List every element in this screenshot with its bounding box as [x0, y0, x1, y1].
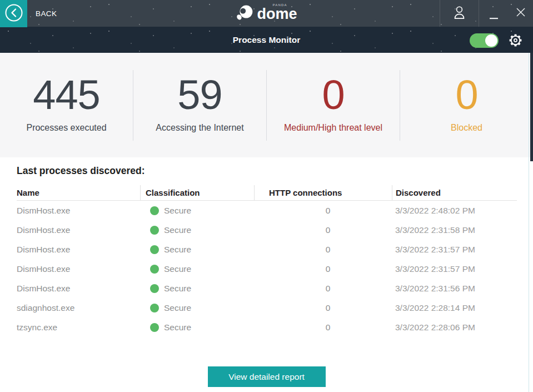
view-detailed-report-button[interactable]: View detailed report [208, 366, 326, 387]
column-header-http: HTTP connections [254, 185, 392, 200]
table-row: DismHost.exe Secure 0 3/3/2022 2:31:58 P… [17, 220, 517, 240]
scrollbar-thumb[interactable] [530, 53, 533, 161]
stat-accessing-internet: 59 Accessing the Internet [133, 53, 266, 157]
gear-icon [507, 41, 524, 50]
minimize-icon [490, 12, 498, 22]
stat-blocked: 0 Blocked [400, 53, 533, 157]
http-connections: 0 [254, 284, 392, 294]
classification-label: Secure [164, 225, 191, 235]
discovered-time: 3/3/2022 2:28:06 PM [392, 322, 517, 333]
stats-band: 445 Processes executed 59 Accessing the … [0, 53, 533, 157]
stat-label: Blocked [451, 123, 482, 133]
process-name: sdiagnhost.exe [17, 303, 140, 313]
secure-status-icon [150, 245, 159, 254]
process-name: DismHost.exe [17, 225, 140, 235]
http-connections: 0 [254, 245, 392, 255]
table-row: sdiagnhost.exe Secure 0 3/3/2022 2:28:14… [17, 298, 517, 317]
classification-label: Secure [164, 322, 191, 333]
http-connections: 0 [254, 225, 392, 235]
minimize-button[interactable] [479, 0, 508, 27]
table-row: DismHost.exe Secure 0 3/3/2022 2:48:02 P… [17, 201, 517, 220]
stat-threat-level: 0 Medium/High threat level [267, 53, 400, 157]
titlebar-controls [440, 0, 533, 27]
section-title: Last processes discovered: [17, 165, 145, 177]
discovered-time: 3/3/2022 2:48:02 PM [392, 206, 517, 216]
protection-toggle[interactable] [470, 33, 499, 48]
subheader: Process Monitor [0, 27, 533, 53]
table-row: DismHost.exe Secure 0 3/3/2022 2:31:57 P… [17, 259, 517, 279]
process-name: DismHost.exe [17, 284, 140, 294]
brand-wordmark: PANDAdome [257, 5, 297, 22]
column-header-discovered: Discovered [392, 185, 517, 200]
account-button[interactable] [440, 0, 479, 27]
brand-logo: PANDAdome [236, 0, 297, 27]
http-connections: 0 [254, 303, 392, 313]
classification-label: Secure [164, 206, 191, 216]
close-icon [516, 7, 526, 19]
panda-icon [236, 4, 253, 23]
stat-label: Medium/High threat level [284, 123, 382, 133]
person-icon [452, 4, 467, 23]
brand-small-label: PANDA [272, 3, 287, 7]
page-title: Process Monitor [0, 27, 533, 53]
stat-processes-executed: 445 Processes executed [0, 53, 133, 157]
discovered-time: 3/3/2022 2:31:57 PM [392, 245, 517, 255]
secure-status-icon [150, 265, 159, 274]
secure-status-icon [150, 304, 159, 312]
stat-value: 0 [455, 75, 477, 116]
stat-value: 445 [33, 75, 99, 116]
stat-label: Processes executed [26, 123, 106, 133]
discovered-time: 3/3/2022 2:31:57 PM [392, 264, 517, 274]
classification-label: Secure [164, 245, 191, 255]
back-button[interactable] [0, 0, 27, 27]
column-header-classification: Classification [140, 185, 254, 200]
process-table: Name Classification HTTP connections Dis… [17, 185, 517, 337]
secure-status-icon [150, 284, 159, 293]
http-connections: 0 [254, 264, 392, 274]
secure-status-icon [150, 226, 159, 235]
back-icon [4, 3, 23, 24]
process-name: DismHost.exe [17, 206, 140, 216]
back-label[interactable]: BACK [36, 0, 57, 27]
discovered-time: 3/3/2022 2:28:14 PM [392, 303, 517, 313]
secure-status-icon [150, 206, 159, 215]
app-window: BACK PANDAdome [0, 0, 533, 392]
classification-label: Secure [164, 264, 191, 274]
column-header-name: Name [17, 185, 140, 200]
classification-label: Secure [164, 284, 191, 294]
table-header: Name Classification HTTP connections Dis… [17, 185, 517, 201]
secure-status-icon [150, 323, 159, 332]
titlebar: BACK PANDAdome [0, 0, 533, 27]
process-name: DismHost.exe [17, 245, 140, 255]
table-row: DismHost.exe Secure 0 3/3/2022 2:31:57 P… [17, 240, 517, 259]
table-row: tzsync.exe Secure 0 3/3/2022 2:28:06 PM [17, 317, 517, 337]
classification-label: Secure [164, 303, 191, 313]
stat-label: Accessing the Internet [156, 123, 243, 133]
discovered-time: 3/3/2022 2:31:56 PM [392, 284, 517, 294]
scrollbar-track[interactable] [529, 53, 533, 392]
stat-value: 0 [322, 75, 344, 116]
table-row: DismHost.exe Secure 0 3/3/2022 2:31:56 P… [17, 279, 517, 298]
http-connections: 0 [254, 206, 392, 216]
close-button[interactable] [508, 0, 533, 27]
toggle-knob [485, 34, 497, 47]
discovered-time: 3/3/2022 2:31:58 PM [392, 225, 517, 235]
http-connections: 0 [254, 322, 392, 333]
process-name: DismHost.exe [17, 264, 140, 274]
stat-value: 59 [177, 75, 222, 116]
settings-button[interactable] [507, 32, 524, 51]
process-name: tzsync.exe [17, 322, 140, 333]
